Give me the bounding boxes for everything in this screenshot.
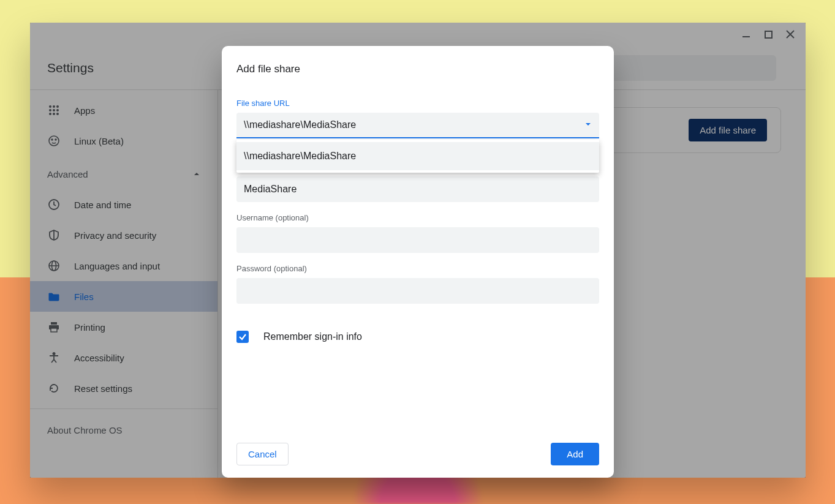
- url-dropdown: \\mediashare\MediaShare: [236, 140, 599, 173]
- checkmark-icon: [238, 333, 247, 341]
- username-input[interactable]: [236, 227, 599, 253]
- url-field-label: File share URL: [236, 99, 599, 108]
- remember-checkbox[interactable]: [236, 331, 249, 343]
- dropdown-caret-icon[interactable]: [584, 119, 592, 130]
- dialog-title: Add file share: [236, 63, 599, 75]
- file-share-url-combo[interactable]: \\mediashare\MediaShare: [236, 113, 599, 138]
- remember-label: Remember sign-in info: [263, 331, 362, 342]
- cancel-button[interactable]: Cancel: [236, 443, 289, 465]
- add-file-share-dialog: Add file share File share URL \\mediasha…: [222, 46, 614, 478]
- file-share-url-input[interactable]: [244, 119, 584, 130]
- password-input[interactable]: [236, 278, 599, 304]
- url-dropdown-item[interactable]: \\mediashare\MediaShare: [236, 142, 599, 170]
- username-field-label: Username (optional): [236, 213, 599, 222]
- display-name-field[interactable]: MediaShare: [236, 176, 599, 202]
- password-field-label: Password (optional): [236, 264, 599, 273]
- add-button[interactable]: Add: [551, 443, 599, 465]
